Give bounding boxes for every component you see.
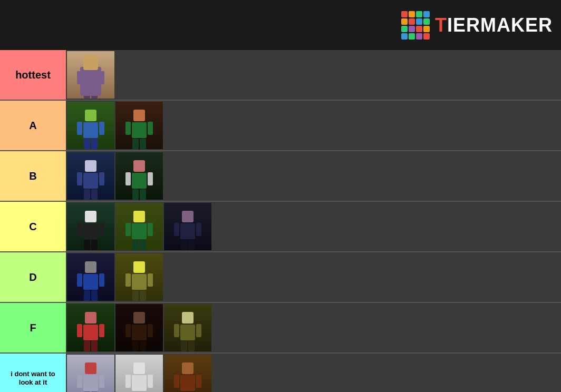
list-item	[115, 102, 163, 149]
list-item	[67, 51, 114, 99]
tier-label-d: D	[0, 252, 66, 302]
header-row: TiERMAKER	[0, 0, 561, 50]
tier-row-i: i dont want to look at it	[0, 354, 561, 392]
tier-items-s	[66, 50, 561, 100]
tier-row-b: B	[0, 151, 561, 202]
character-image	[115, 203, 163, 250]
character-image	[164, 355, 211, 392]
list-item	[115, 203, 163, 250]
logo-grid	[401, 11, 430, 40]
tier-row-a: A	[0, 101, 561, 151]
list-item	[115, 253, 163, 301]
character-image	[115, 355, 163, 392]
tier-row-d: D	[0, 252, 561, 303]
list-item	[115, 355, 163, 392]
character-image	[164, 304, 211, 351]
tiermaker-logo: TiERMAKER	[401, 11, 553, 40]
list-item	[67, 152, 114, 200]
character-image	[67, 203, 114, 250]
list-item	[115, 152, 163, 200]
character-image	[67, 51, 114, 99]
list-item	[67, 355, 114, 392]
tier-items-d	[66, 252, 561, 302]
list-item	[67, 253, 114, 301]
list-item	[67, 203, 114, 250]
tier-label-f: F	[0, 303, 66, 352]
character-image	[67, 253, 114, 301]
character-image	[115, 304, 163, 351]
tier-items-c	[66, 202, 561, 251]
tier-list: TiERMAKER hottest	[0, 0, 561, 392]
list-item	[67, 102, 114, 149]
tier-row-c: C	[0, 202, 561, 252]
tier-label-a: A	[0, 101, 66, 150]
character-image	[67, 355, 114, 392]
tier-label-c: C	[0, 202, 66, 251]
character-image	[164, 203, 211, 250]
list-item	[115, 304, 163, 351]
tier-items-f	[66, 303, 561, 352]
tier-row-f: F	[0, 303, 561, 354]
tier-items-b	[66, 151, 561, 201]
list-item	[164, 203, 211, 250]
character-image	[67, 102, 114, 149]
character-image	[115, 253, 163, 301]
tier-items-i	[66, 354, 561, 392]
character-image	[115, 152, 163, 200]
character-image	[67, 152, 114, 200]
list-item	[164, 355, 211, 392]
list-item	[164, 304, 211, 351]
character-image	[115, 102, 163, 149]
logo-text: TiERMAKER	[435, 14, 553, 36]
tier-items-a	[66, 101, 561, 150]
tier-label-b: B	[0, 151, 66, 201]
tier-label-s: hottest	[0, 50, 66, 100]
list-item	[67, 304, 114, 351]
tier-row-s: hottest	[0, 50, 561, 101]
character-image	[67, 304, 114, 351]
tier-label-i: i dont want to look at it	[0, 354, 66, 392]
